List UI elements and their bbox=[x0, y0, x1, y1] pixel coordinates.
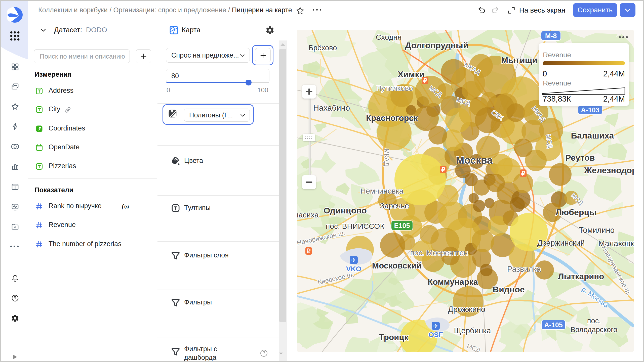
svg-text:Дрожжино: Дрожжино bbox=[448, 305, 485, 314]
svg-text:пос.: пос. bbox=[587, 317, 601, 325]
svg-text:Одинцово: Одинцово bbox=[324, 206, 367, 215]
svg-text:М-8: М-8 bbox=[545, 32, 557, 40]
svg-text:Revenue: Revenue bbox=[543, 51, 571, 59]
svg-text:Мытищи: Мытищи bbox=[501, 55, 538, 65]
svg-text:₽: ₽ bbox=[307, 248, 310, 254]
svg-text:Брёхово: Брёхово bbox=[309, 44, 337, 52]
svg-text:738,83К: 738,83К bbox=[543, 95, 571, 103]
svg-text:Путилково: Путилково bbox=[376, 84, 413, 92]
svg-text:ласиха: ласиха bbox=[297, 211, 319, 219]
svg-text:Троицк: Троицк bbox=[379, 333, 409, 342]
svg-text:2,44M: 2,44M bbox=[603, 69, 625, 78]
svg-text:VKO: VKO bbox=[346, 265, 361, 273]
svg-text:А-105: А-105 bbox=[544, 321, 563, 329]
svg-text:0: 0 bbox=[543, 69, 547, 78]
svg-text:(x): (x) bbox=[124, 204, 129, 209]
svg-text:А-103: А-103 bbox=[581, 106, 599, 114]
svg-text:Володарского: Володарского bbox=[571, 326, 617, 334]
svg-text:Реутов: Реутов bbox=[565, 153, 595, 162]
svg-text:Железнодоро: Железнодоро bbox=[584, 165, 634, 175]
svg-text:OSF: OSF bbox=[428, 331, 443, 339]
svg-text:Щербинка: Щербинка bbox=[454, 326, 491, 335]
svg-text:Томилино: Томилино bbox=[579, 226, 615, 235]
svg-text:Москва: Москва bbox=[456, 155, 493, 166]
svg-text:₽: ₽ bbox=[441, 166, 445, 173]
svg-text:МКАД: МКАД bbox=[383, 149, 390, 166]
svg-text:Нахабино: Нахабино bbox=[313, 103, 350, 112]
svg-text:пос. ВНИИССОК: пос. ВНИИССОК bbox=[326, 222, 384, 230]
svg-text:✈: ✈ bbox=[351, 257, 356, 263]
svg-text:Дзержинский: Дзержинский bbox=[537, 239, 585, 247]
svg-text:Е105: Е105 bbox=[394, 222, 410, 230]
svg-text:Видное: Видное bbox=[493, 285, 525, 294]
svg-text:Лыткарино: Лыткарино bbox=[558, 272, 604, 281]
svg-text:Долгопрудный: Долгопрудный bbox=[405, 40, 468, 50]
svg-text:f: f bbox=[122, 203, 124, 209]
svg-text:2,44M: 2,44M bbox=[603, 95, 625, 103]
svg-text:Химки: Химки bbox=[398, 69, 425, 79]
svg-text:Заречье: Заречье bbox=[380, 202, 409, 210]
svg-text:Московский: Московский bbox=[372, 261, 422, 270]
svg-text:Люберцы: Люберцы bbox=[555, 207, 596, 217]
svg-text:Сходня: Сходня bbox=[376, 33, 402, 41]
svg-text:₽: ₽ bbox=[521, 170, 525, 177]
svg-text:₽: ₽ bbox=[423, 77, 427, 84]
svg-text:пос. Мосрентген: пос. Мосрентген bbox=[410, 249, 468, 257]
svg-text:✈: ✈ bbox=[433, 323, 438, 329]
svg-text:Балашиха: Балашиха bbox=[571, 131, 614, 140]
svg-text:Развилка: Развилка bbox=[507, 265, 541, 274]
svg-text:Revenue: Revenue bbox=[543, 79, 571, 87]
svg-text:Красногорск: Красногорск bbox=[366, 113, 418, 123]
svg-text:Немчиновка: Немчиновка bbox=[360, 187, 403, 195]
svg-text:Коммунарка: Коммунарка bbox=[428, 277, 478, 287]
